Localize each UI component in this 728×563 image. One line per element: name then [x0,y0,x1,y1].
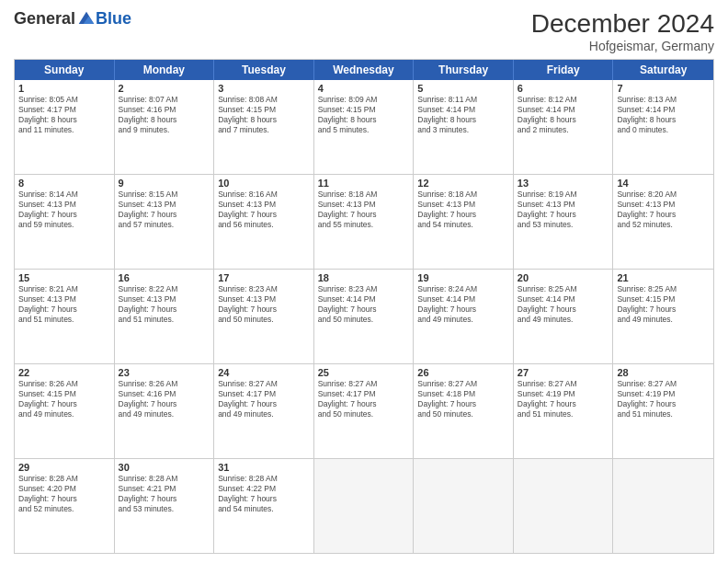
weekday-header-wednesday: Wednesday [314,60,415,80]
calendar-row-3: 15Sunrise: 8:21 AMSunset: 4:13 PMDayligh… [15,269,713,363]
weekday-header-sunday: Sunday [15,60,115,80]
day-info: Sunrise: 8:27 AMSunset: 4:19 PMDaylight:… [617,379,710,419]
day-number: 23 [119,367,210,378]
calendar-cell-24: 24Sunrise: 8:27 AMSunset: 4:17 PMDayligh… [214,364,314,458]
calendar-cell-13: 13Sunrise: 8:19 AMSunset: 4:13 PMDayligh… [514,175,614,269]
calendar-cell-8: 8Sunrise: 8:14 AMSunset: 4:13 PMDaylight… [15,175,115,269]
day-number: 27 [518,367,609,378]
calendar-row-4: 22Sunrise: 8:26 AMSunset: 4:15 PMDayligh… [15,363,713,458]
calendar-row-1: 1Sunrise: 8:05 AMSunset: 4:17 PMDaylight… [15,80,713,174]
day-number: 9 [119,178,210,189]
location: Hofgeismar, Germany [531,39,714,53]
day-number: 21 [617,272,710,283]
logo: General Blue [14,9,131,29]
day-number: 2 [119,83,210,94]
calendar-cell-6: 6Sunrise: 8:12 AMSunset: 4:14 PMDaylight… [514,80,614,174]
calendar-cell-28: 28Sunrise: 8:27 AMSunset: 4:19 PMDayligh… [613,364,713,458]
logo-general: General [14,9,75,29]
calendar-cell-15: 15Sunrise: 8:21 AMSunset: 4:13 PMDayligh… [15,270,115,363]
logo-icon [77,10,96,29]
day-info: Sunrise: 8:14 AMSunset: 4:13 PMDaylight:… [18,190,110,230]
calendar-cell-25: 25Sunrise: 8:27 AMSunset: 4:17 PMDayligh… [314,364,415,458]
day-info: Sunrise: 8:15 AMSunset: 4:13 PMDaylight:… [119,190,210,230]
calendar-cell-30: 30Sunrise: 8:28 AMSunset: 4:21 PMDayligh… [115,459,215,553]
calendar-cell-empty-4-6 [613,459,713,553]
day-info: Sunrise: 8:13 AMSunset: 4:14 PMDaylight:… [617,95,710,135]
calendar-cell-3: 3Sunrise: 8:08 AMSunset: 4:15 PMDaylight… [214,80,314,174]
weekday-header-saturday: Saturday [613,60,713,80]
calendar-cell-18: 18Sunrise: 8:23 AMSunset: 4:14 PMDayligh… [314,270,415,363]
day-info: Sunrise: 8:24 AMSunset: 4:14 PMDaylight:… [417,284,509,325]
day-info: Sunrise: 8:21 AMSunset: 4:13 PMDaylight:… [18,284,110,325]
calendar-cell-16: 16Sunrise: 8:22 AMSunset: 4:13 PMDayligh… [115,270,215,363]
day-number: 22 [18,367,110,378]
calendar-cell-22: 22Sunrise: 8:26 AMSunset: 4:15 PMDayligh… [15,364,115,458]
calendar: SundayMondayTuesdayWednesdayThursdayFrid… [14,59,714,554]
month-year: December 2024 [531,9,714,39]
weekday-header-thursday: Thursday [414,60,514,80]
day-number: 5 [417,83,509,94]
day-number: 16 [119,272,210,283]
day-number: 26 [417,367,509,378]
day-info: Sunrise: 8:22 AMSunset: 4:13 PMDaylight:… [119,284,210,325]
day-info: Sunrise: 8:28 AMSunset: 4:22 PMDaylight:… [218,474,310,514]
day-number: 18 [318,272,410,283]
calendar-cell-23: 23Sunrise: 8:26 AMSunset: 4:16 PMDayligh… [115,364,215,458]
weekday-header-monday: Monday [115,60,215,80]
day-info: Sunrise: 8:26 AMSunset: 4:16 PMDaylight:… [119,379,210,419]
calendar-cell-10: 10Sunrise: 8:16 AMSunset: 4:13 PMDayligh… [214,175,314,269]
day-info: Sunrise: 8:28 AMSunset: 4:21 PMDaylight:… [119,474,210,514]
day-number: 1 [18,83,110,94]
day-number: 3 [218,83,310,94]
day-number: 13 [518,178,609,189]
day-info: Sunrise: 8:25 AMSunset: 4:14 PMDaylight:… [518,284,609,325]
day-number: 11 [318,178,410,189]
logo-text: General Blue [14,9,131,29]
day-info: Sunrise: 8:16 AMSunset: 4:13 PMDaylight:… [218,190,310,230]
day-number: 6 [518,83,609,94]
calendar-cell-empty-4-3 [314,459,415,553]
title-block: December 2024 Hofgeismar, Germany [531,9,714,53]
day-number: 19 [417,272,509,283]
day-info: Sunrise: 8:12 AMSunset: 4:14 PMDaylight:… [518,95,609,135]
day-info: Sunrise: 8:27 AMSunset: 4:18 PMDaylight:… [417,379,509,419]
logo-blue: Blue [96,9,131,29]
header: General Blue December 2024 Hofgeismar, G… [14,9,714,53]
calendar-cell-31: 31Sunrise: 8:28 AMSunset: 4:22 PMDayligh… [214,459,314,553]
day-number: 4 [318,83,410,94]
day-info: Sunrise: 8:19 AMSunset: 4:13 PMDaylight:… [518,190,609,230]
day-number: 8 [18,178,110,189]
day-info: Sunrise: 8:26 AMSunset: 4:15 PMDaylight:… [18,379,110,419]
day-info: Sunrise: 8:23 AMSunset: 4:13 PMDaylight:… [218,284,310,325]
day-info: Sunrise: 8:07 AMSunset: 4:16 PMDaylight:… [119,95,210,135]
day-number: 28 [617,367,710,378]
calendar-cell-12: 12Sunrise: 8:18 AMSunset: 4:13 PMDayligh… [414,175,514,269]
calendar-cell-21: 21Sunrise: 8:25 AMSunset: 4:15 PMDayligh… [613,270,713,363]
day-number: 29 [18,462,110,473]
day-number: 24 [218,367,310,378]
calendar-cell-20: 20Sunrise: 8:25 AMSunset: 4:14 PMDayligh… [514,270,614,363]
day-number: 17 [218,272,310,283]
day-info: Sunrise: 8:25 AMSunset: 4:15 PMDaylight:… [617,284,710,325]
weekday-header-tuesday: Tuesday [214,60,314,80]
calendar-cell-4: 4Sunrise: 8:09 AMSunset: 4:15 PMDaylight… [314,80,415,174]
calendar-row-2: 8Sunrise: 8:14 AMSunset: 4:13 PMDaylight… [15,174,713,269]
day-info: Sunrise: 8:08 AMSunset: 4:15 PMDaylight:… [218,95,310,135]
day-info: Sunrise: 8:18 AMSunset: 4:13 PMDaylight:… [318,190,410,230]
calendar-cell-empty-4-5 [514,459,614,553]
calendar-cell-9: 9Sunrise: 8:15 AMSunset: 4:13 PMDaylight… [115,175,215,269]
calendar-cell-26: 26Sunrise: 8:27 AMSunset: 4:18 PMDayligh… [414,364,514,458]
calendar-cell-27: 27Sunrise: 8:27 AMSunset: 4:19 PMDayligh… [514,364,614,458]
day-info: Sunrise: 8:27 AMSunset: 4:17 PMDaylight:… [318,379,410,419]
day-number: 20 [518,272,609,283]
day-info: Sunrise: 8:09 AMSunset: 4:15 PMDaylight:… [318,95,410,135]
day-info: Sunrise: 8:11 AMSunset: 4:14 PMDaylight:… [417,95,509,135]
day-number: 7 [617,83,710,94]
page: General Blue December 2024 Hofgeismar, G… [0,0,728,563]
day-number: 31 [218,462,310,473]
calendar-cell-14: 14Sunrise: 8:20 AMSunset: 4:13 PMDayligh… [613,175,713,269]
calendar-header: SundayMondayTuesdayWednesdayThursdayFrid… [15,60,713,80]
calendar-cell-11: 11Sunrise: 8:18 AMSunset: 4:13 PMDayligh… [314,175,415,269]
day-info: Sunrise: 8:28 AMSunset: 4:20 PMDaylight:… [18,474,110,514]
calendar-cell-17: 17Sunrise: 8:23 AMSunset: 4:13 PMDayligh… [214,270,314,363]
